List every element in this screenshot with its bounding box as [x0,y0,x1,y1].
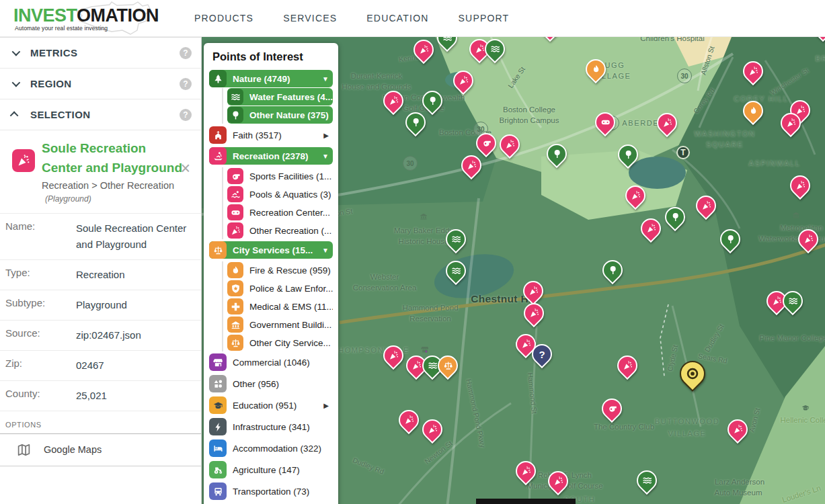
poi-category-commercial[interactable]: Commercial (1046) [209,353,333,371]
map-marker-party[interactable] [540,37,560,38]
chevron-expanded-icon[interactable]: ▼ [322,247,329,254]
map-marker-party[interactable] [523,281,543,301]
poi-category-other[interactable]: Other (956) [209,375,333,392]
map-marker-waves[interactable] [437,37,457,48]
field-source: Source: zip:02467.json [0,321,201,351]
poi-category-infrastructure[interactable]: Infrastructure (341) [209,418,333,435]
map-marker-party[interactable] [548,471,568,491]
poi-subcategory-medical-ems[interactable]: Medical & EMS (11... [227,298,333,315]
nature-children: Water Features (4... Other Nature (375) [222,88,333,124]
map-marker-party[interactable] [453,71,473,91]
poi-subcategory-other-recreation[interactable]: Other Recreation (... [227,222,333,239]
poi-category-accommodation[interactable]: Accommodation (322) [209,439,333,457]
chevron-collapsed-icon[interactable]: ▶ [323,402,329,409]
poi-subcategory-other-city-services[interactable]: Other City Service... [227,334,333,351]
chevron-expanded-icon[interactable]: ▼ [322,153,329,160]
map-marker-party[interactable] [383,91,403,111]
help-icon[interactable]: ? [180,109,192,121]
google-maps-option[interactable]: Google Maps [0,434,201,466]
poi-subcategory-other-nature[interactable]: Other Nature (375) [227,106,333,124]
section-selection[interactable]: SELECTION ? [0,99,201,130]
map-marker-waves[interactable] [637,470,657,491]
map-marker-tree[interactable] [720,229,740,249]
graduation-cap-icon [209,396,227,414]
map-marker-waves[interactable] [485,39,505,59]
map-marker-party[interactable] [500,134,520,155]
map-marker-whistle[interactable] [602,398,622,419]
map-marker-party[interactable] [743,61,763,81]
map-marker-party[interactable] [781,113,801,133]
section-region[interactable]: REGION ? [0,69,201,99]
map-marker-question[interactable]: ? [532,344,552,364]
map-marker-waves[interactable] [446,261,466,281]
map-marker-party[interactable] [728,419,748,439]
poi-category-faith[interactable]: Faith (3517) ▶ [209,126,333,144]
nav-education[interactable]: EDUCATION [366,13,428,24]
poi-subcategory-government-buildings[interactable]: Government Buildi... [227,316,333,333]
poi-category-agriculture[interactable]: Agriculture (147) [209,461,333,478]
map-marker-tree[interactable] [665,207,685,227]
poi-subcategory-fire-rescue[interactable]: Fire & Rescue (959) [227,261,333,279]
nav-support[interactable]: SUPPORT [459,13,510,24]
map-marker-whistle[interactable] [476,133,496,153]
close-icon[interactable]: × [180,160,190,177]
map-marker-party[interactable] [696,196,716,216]
map-marker-party[interactable] [790,175,810,196]
city-services-children: Fire & Rescue (959) Police & Law Enfor..… [222,261,333,351]
map-marker-party[interactable] [399,410,419,430]
help-icon[interactable]: ? [180,78,192,90]
tractor-icon [209,461,227,478]
logo[interactable]: INVESTOMATION Automate your real estate … [13,0,178,37]
field-county: County: 25,021 [0,381,201,411]
poi-subcategory-police[interactable]: Police & Law Enfor... [227,280,333,297]
map-canvas[interactable]: Kenrick StDurant-KenrickHouse and Ground… [202,37,825,504]
points-of-interest-panel: Points of Interest Nature (4749) ▼ Water… [204,43,338,504]
poi-subcategory-sports-facilities[interactable]: Sports Facilities (1... [227,167,333,185]
flame-icon [227,262,243,278]
map-marker-tree[interactable] [422,91,442,111]
map-marker-tree[interactable] [405,112,426,132]
poi-subcategory-water-features[interactable]: Water Features (4... [227,88,333,106]
map-marker-party[interactable] [516,461,536,481]
nav-products[interactable]: PRODUCTS [194,13,253,24]
poi-category-transportation[interactable]: Transportation (73) [209,482,333,500]
map-marker-party[interactable] [414,40,434,60]
chevron-down-icon [12,48,21,56]
map-marker-party[interactable] [524,303,544,323]
poi-subcategory-pools-aquatics[interactable]: Pools & Aquatics (3) [227,185,333,203]
map-marker-party[interactable] [617,355,637,376]
poi-category-city-services[interactable]: City Services (15... ▼ [209,241,333,259]
map-marker-party[interactable] [383,345,403,366]
map-marker-tree[interactable] [547,144,567,164]
chevron-collapsed-icon[interactable]: ▶ [323,132,329,139]
shapes-icon [209,375,227,392]
map-marker-party[interactable] [422,419,442,439]
chevron-expanded-icon[interactable]: ▼ [322,75,329,83]
section-metrics[interactable]: METRICS ? [0,38,201,69]
map-marker-party[interactable] [641,218,661,239]
map-marker-tree[interactable] [618,144,638,165]
nav-services[interactable]: SERVICES [283,13,337,24]
map-marker-party[interactable] [461,155,481,175]
map-marker-party[interactable] [813,37,825,38]
map-marker-waves[interactable] [446,229,466,249]
storefront-icon [209,353,227,371]
map-marker-waves[interactable] [783,291,803,311]
map-marker-selected[interactable] [680,361,705,386]
poi-category-nature[interactable]: Nature (4749) ▼ [209,70,333,87]
map-marker-flame[interactable] [586,59,606,79]
swimmer-icon [227,186,243,202]
map-marker-scales[interactable] [438,355,458,376]
poi-category-recreation[interactable]: Recreation (2378) ▼ [209,147,333,165]
map-marker-controller[interactable] [595,112,615,132]
poi-category-education[interactable]: Education (951) ▶ [209,396,333,414]
map-marker-party[interactable] [625,185,645,206]
poi-subcategory-recreation-centers[interactable]: Recreation Center... [227,204,333,221]
map-marker-party[interactable] [798,229,818,249]
map-marker-party[interactable] [657,113,677,133]
help-icon[interactable]: ? [180,47,192,59]
logo-tagline: Automate your real estate investing [15,25,108,32]
kayaker-icon [209,147,227,165]
map-marker-flame[interactable] [743,101,763,121]
map-marker-tree[interactable] [602,260,623,280]
